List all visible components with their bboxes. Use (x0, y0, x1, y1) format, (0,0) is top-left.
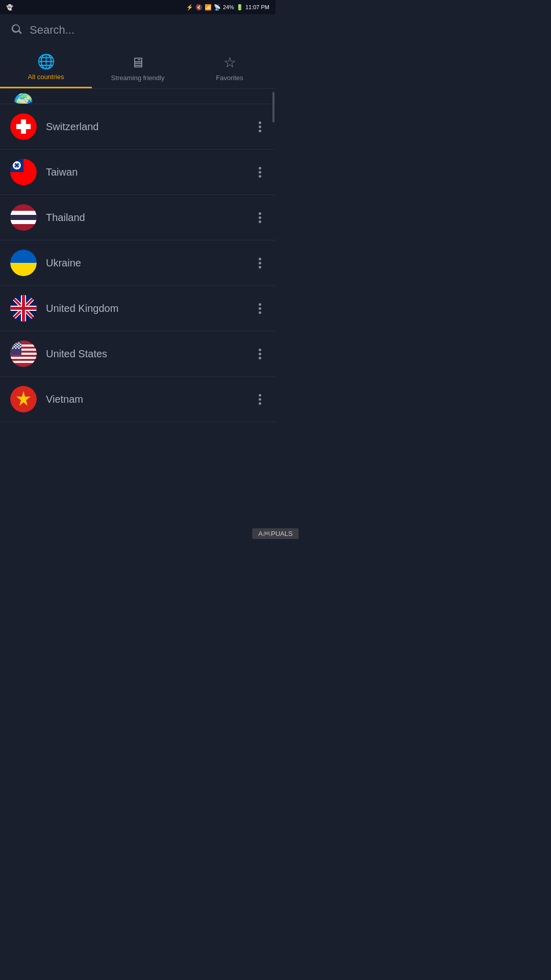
monitor-icon: 🖥 (131, 54, 145, 71)
mute-icon: 🔇 (195, 4, 203, 11)
svg-rect-14 (10, 220, 37, 224)
search-input[interactable] (30, 23, 265, 37)
country-item[interactable]: Vietnam (0, 377, 276, 422)
wifi-icon: 📶 (205, 4, 212, 11)
tabs-container: 🌐 All countries 🖥 Streaming friendly ☆ F… (0, 46, 276, 89)
country-name-ukraine: Ukraine (46, 257, 255, 269)
tab-all-countries-label: All countries (28, 73, 64, 81)
svg-point-47 (17, 344, 18, 345)
country-item[interactable]: United States (0, 331, 276, 377)
svg-point-42 (18, 345, 20, 347)
country-name-uk: United Kingdom (46, 303, 255, 314)
search-icon (10, 22, 23, 38)
more-button-thailand[interactable] (255, 208, 265, 227)
flag-vietnam (10, 386, 37, 412)
svg-rect-12 (10, 211, 37, 215)
tab-streaming-friendly[interactable]: 🖥 Streaming friendly (92, 46, 184, 88)
svg-point-44 (15, 348, 17, 349)
svg-rect-27 (10, 307, 37, 310)
tab-favorites[interactable]: ☆ Favorites (184, 46, 276, 88)
globe-icon: 🌐 (37, 53, 55, 70)
svg-point-51 (20, 346, 21, 348)
battery-icon: 🔋 (236, 4, 243, 11)
flag-ukraine (10, 250, 37, 276)
status-icons: ⚡ 🔇 📶 📡 24% 🔋 11:07 PM (186, 4, 269, 11)
more-button-taiwan[interactable] (255, 163, 265, 182)
country-name-vietnam: Vietnam (46, 394, 255, 405)
country-list: 🌍 Switzerland (0, 89, 276, 422)
country-name-us: United States (46, 348, 255, 360)
svg-point-49 (14, 346, 15, 348)
country-item[interactable]: Taiwan (0, 150, 276, 195)
country-item[interactable]: United Kingdom (0, 286, 276, 331)
scrollbar[interactable] (272, 92, 274, 122)
svg-point-46 (14, 344, 15, 345)
tab-favorites-label: Favorites (216, 74, 243, 82)
flag-taiwan (10, 159, 37, 185)
country-item[interactable]: Switzerland (0, 104, 276, 150)
more-button-us[interactable] (255, 345, 265, 363)
country-name-switzerland: Switzerland (46, 121, 255, 133)
country-item-partial: 🌍 (0, 89, 276, 104)
flag-switzerland (10, 113, 37, 140)
svg-point-39 (18, 342, 20, 344)
svg-rect-17 (10, 263, 37, 276)
svg-point-45 (18, 348, 20, 349)
more-button-switzerland[interactable] (255, 117, 265, 136)
country-name-thailand: Thailand (46, 212, 255, 224)
star-icon: ☆ (223, 54, 236, 71)
app-ghost-icon: 👻 (6, 4, 13, 11)
signal-icon: 📡 (214, 4, 221, 11)
country-item[interactable]: Thailand (0, 195, 276, 240)
svg-point-41 (15, 345, 17, 347)
svg-point-48 (20, 344, 21, 345)
svg-point-43 (12, 348, 14, 349)
flag-thailand (10, 204, 37, 231)
svg-rect-2 (16, 124, 31, 129)
search-bar (0, 14, 276, 46)
tab-all-countries[interactable]: 🌐 All countries (0, 46, 92, 88)
bluetooth-icon: ⚡ (186, 4, 193, 11)
svg-point-37 (12, 342, 14, 344)
battery-percent: 24% (223, 4, 234, 10)
more-button-vietnam[interactable] (255, 390, 265, 409)
svg-point-40 (12, 345, 14, 347)
country-name-taiwan: Taiwan (46, 166, 255, 178)
svg-rect-35 (10, 361, 37, 363)
svg-point-38 (15, 342, 17, 344)
tab-streaming-label: Streaming friendly (111, 74, 165, 82)
flag-us (10, 340, 37, 367)
time: 11:07 PM (245, 4, 269, 10)
status-bar: 👻 ⚡ 🔇 📶 📡 24% 🔋 11:07 PM (0, 0, 276, 14)
country-item[interactable]: Ukraine (0, 240, 276, 286)
svg-point-50 (17, 346, 18, 348)
more-button-uk[interactable] (255, 299, 265, 318)
svg-rect-34 (10, 357, 37, 359)
flag-uk (10, 295, 37, 322)
svg-rect-13 (10, 215, 37, 220)
more-button-ukraine[interactable] (255, 254, 265, 273)
